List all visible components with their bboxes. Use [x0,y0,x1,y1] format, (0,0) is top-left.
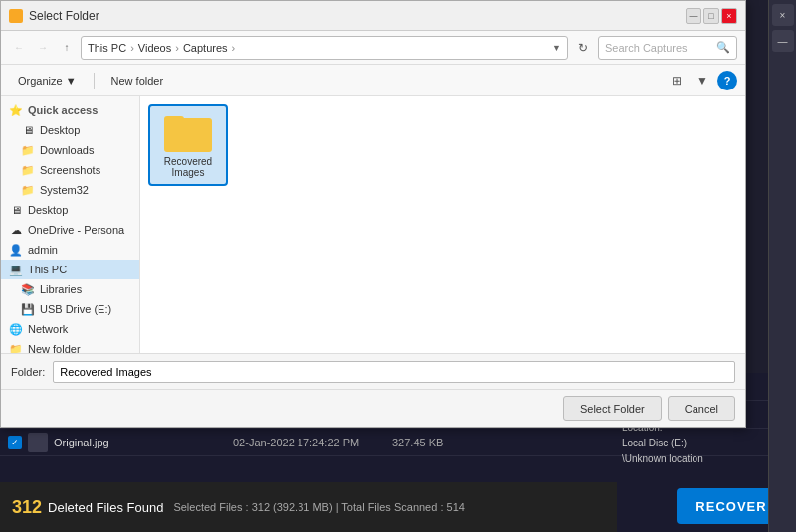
close-button[interactable]: × [721,8,737,24]
sidebar-label-newfolder: New folder [28,343,81,353]
side-min-button[interactable]: — [772,30,794,52]
sidebar-item-thispc[interactable]: 💻 This PC [1,260,139,279]
thispc-icon: 💻 [9,263,23,276]
search-icon: 🔍 [716,41,730,54]
screenshots-icon: 📁 [21,163,35,177]
crumb-captures: Captures [183,42,228,54]
sidebar-item-libraries[interactable]: 📚 Libraries [1,279,139,299]
new-folder-label: New folder [111,75,164,87]
view-toggle-button[interactable]: ⊞ [666,70,688,91]
maximize-button[interactable]: □ [703,8,719,24]
deleted-label: Deleted Files Found [48,500,163,515]
crumb-sep-3: › [232,42,236,54]
folder-name: Recovered Images [154,156,222,178]
breadcrumb: This PC › Videos › Captures › [88,42,237,54]
dialog-title-bar: Select Folder — □ × [1,1,745,31]
folder-body [164,118,212,152]
network-icon: 🌐 [9,322,23,336]
libraries-icon: 📚 [21,282,35,296]
toolbar-right: ⊞ ▼ ? [666,70,737,91]
admin-icon: 👤 [9,243,23,257]
sidebar-label-desktop: Desktop [40,124,80,136]
newfolder-icon: 📁 [9,342,23,353]
file-area: Recovered Images [140,96,745,353]
select-folder-dialog: Select Folder — □ × ← → ↑ This PC › Vide… [0,0,746,428]
button-bar: Select Folder Cancel [1,389,745,427]
navigation-bar: ← → ↑ This PC › Videos › Captures › ▼ ↻ … [1,31,745,65]
sidebar-label-thispc: This PC [28,264,67,275]
sidebar-item-onedrive[interactable]: ☁ OneDrive - Persona [1,220,139,240]
status-bar: 312 Deleted Files Found Selected Files :… [0,482,617,532]
downloads-icon: 📁 [21,143,35,157]
sidebar-item-usb[interactable]: 💾 USB Drive (E:) [1,299,139,319]
deleted-count: 312 [12,497,42,518]
folder-recovered-images[interactable]: Recovered Images [148,104,228,186]
dialog-toolbar: Organize ▼ New folder ⊞ ▼ ? [1,65,745,96]
sidebar-label-screenshots: Screenshots [40,164,100,176]
refresh-button[interactable]: ↻ [572,37,594,59]
organize-label: Organize [18,75,63,87]
usb-icon: 💾 [21,302,35,316]
sidebar-item-network[interactable]: 🌐 Network [1,319,139,339]
crumb-sep-2: › [175,42,179,54]
sidebar-label-downloads: Downloads [40,144,94,156]
folder-icon-large [164,112,212,152]
select-folder-button[interactable]: Select Folder [563,396,662,421]
sidebar-item-system32[interactable]: 📁 System32 [1,180,139,200]
minimize-button[interactable]: — [686,8,701,24]
sidebar-item-downloads[interactable]: 📁 Downloads [1,140,139,160]
status-detail: Selected Files : 312 (392.31 MB) | Total… [173,501,464,513]
filesize-3: 327.45 KB [392,437,472,448]
sidebar-item-desktop[interactable]: 🖥 Desktop [1,120,139,140]
crumb-sep-1: › [130,42,134,54]
location-value: Local Disc (E:) [622,436,741,451]
dialog-icon [9,9,23,23]
sidebar-label-libraries: Libraries [40,283,82,295]
organize-chevron-icon: ▼ [66,75,77,87]
checkbox-3[interactable]: ✓ [8,436,22,449]
sidebar-label-admin: admin [28,244,58,256]
sidebar-label-quick-access: Quick access [28,104,98,116]
crumb-thispc: This PC [88,42,126,54]
sidebar-label-desktop2: Desktop [28,204,68,216]
system32-icon: 📁 [21,183,35,197]
address-bar[interactable]: This PC › Videos › Captures › ▼ [81,36,568,60]
sidebar-item-desktop2[interactable]: 🖥 Desktop [1,200,139,220]
folder-input-field[interactable] [53,361,735,383]
back-button[interactable]: ← [9,38,29,58]
help-button[interactable]: ? [717,71,737,90]
forward-button[interactable]: → [33,38,53,58]
crumb-videos: Videos [138,42,171,54]
sidebar-item-screenshots[interactable]: 📁 Screenshots [1,160,139,180]
sidebar-label-usb: USB Drive (E:) [40,303,111,315]
view-dropdown-button[interactable]: ▼ [692,70,713,91]
address-chevron-icon[interactable]: ▼ [552,43,561,53]
side-close-button[interactable]: × [772,4,794,26]
filename-3: Original.jpg [54,437,233,448]
search-placeholder: Search Captures [605,42,688,54]
onedrive-icon: ☁ [9,223,23,237]
title-controls: — □ × [686,8,737,24]
quick-access-icon: ⭐ [9,103,23,117]
desktop-icon: 🖥 [21,123,35,137]
sidebar-item-newfolder[interactable]: 📁 New folder [1,339,139,353]
desktop2-icon: 🖥 [9,203,23,217]
sidebar: ⭐ Quick access 🖥 Desktop 📁 Downloads 📁 S… [1,96,140,353]
organize-button[interactable]: Organize ▼ [9,72,86,89]
dialog-main: ⭐ Quick access 🖥 Desktop 📁 Downloads 📁 S… [1,96,745,353]
side-toolbar: × — [768,0,796,532]
search-box[interactable]: Search Captures 🔍 [598,36,737,60]
toolbar-separator [94,73,95,89]
sidebar-item-admin[interactable]: 👤 admin [1,240,139,260]
title-bar-left: Select Folder [9,9,100,23]
dialog-title: Select Folder [29,9,100,23]
sidebar-label-network: Network [28,323,68,335]
new-folder-button[interactable]: New folder [102,72,173,89]
sidebar-label-onedrive: OneDrive - Persona [28,224,124,236]
folder-input-bar: Folder: [1,353,745,389]
location-sub: \Unknown location [622,451,741,467]
thumb-3 [28,433,48,452]
sidebar-item-quick-access[interactable]: ⭐ Quick access [1,100,139,120]
cancel-button[interactable]: Cancel [668,396,735,421]
up-button[interactable]: ↑ [57,38,77,58]
